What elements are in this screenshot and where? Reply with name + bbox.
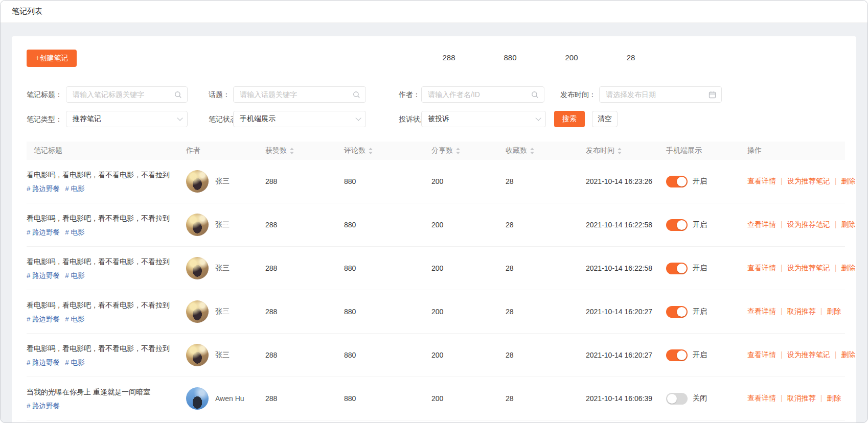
sort-icon[interactable] (456, 148, 460, 154)
author-name: Awen Hu (215, 394, 244, 403)
header-publish-time: 发布时间 (586, 146, 666, 155)
note-tags: # 路边野餐# 电影 (27, 228, 174, 237)
action-link[interactable]: 取消推荐 (787, 307, 816, 315)
topic-input[interactable] (234, 87, 353, 102)
toggle-state-label: 开启 (693, 220, 707, 229)
note-title-cell: 看电影吗，看电影吧，看不看电影，不看拉到 # 路边野餐# 电影 (27, 213, 186, 237)
search-button[interactable]: 搜索 (554, 111, 585, 127)
note-tags: # 路边野餐 (27, 402, 174, 411)
action-separator: | (781, 264, 783, 272)
avatar (186, 300, 209, 323)
toggle-knob (667, 394, 677, 404)
tag-link[interactable]: # 电影 (65, 185, 84, 193)
calendar-icon (709, 91, 716, 99)
sort-icon[interactable] (290, 148, 294, 154)
tag-link[interactable]: # 路边野餐 (27, 359, 60, 366)
publish-time: 2021-10-14 16:22:58 (586, 221, 666, 229)
action-link[interactable]: 删除 (827, 394, 841, 402)
mobile-display-cell: 开启 (666, 176, 747, 187)
tag-link[interactable]: # 路边野餐 (27, 402, 60, 410)
action-link[interactable]: 取消推荐 (787, 394, 816, 402)
sort-icon[interactable] (618, 148, 622, 154)
favorites-count: 28 (506, 221, 586, 229)
action-link[interactable]: 查看详情 (747, 394, 776, 402)
action-link[interactable]: 查看详情 (747, 177, 776, 185)
tag-link[interactable]: # 电影 (65, 228, 84, 236)
note-title-cell: 看电影吗，看电影吧，看不看电影，不看拉到 # 路边野餐# 电影 (27, 300, 186, 324)
action-link[interactable]: 删除 (827, 307, 841, 315)
action-link[interactable]: 删除 (841, 177, 855, 185)
publish-date-input[interactable] (600, 87, 709, 102)
topic-filter-label: 话题： (209, 86, 230, 103)
table-row: 看电影吗，看电影吧，看不看电影，不看拉到 # 路边野餐# 电影 张三 288 8… (27, 203, 845, 247)
tag-link[interactable]: # 路边野餐 (27, 228, 60, 236)
action-link[interactable]: 设为推荐笔记 (787, 264, 830, 272)
mobile-display-toggle[interactable] (666, 349, 688, 361)
comments-count: 880 (344, 264, 431, 272)
action-link[interactable]: 设为推荐笔记 (787, 220, 830, 228)
tag-link[interactable]: # 路边野餐 (27, 185, 60, 193)
toggle-state-label: 开启 (693, 350, 707, 360)
row-actions: 查看详情|设为推荐笔记|删除 (747, 220, 855, 229)
author-name: 张三 (215, 307, 230, 316)
table-row: 看电影吗，看电影吧，看不看电影，不看拉到 # 路边野餐# 电影 张三 288 8… (27, 247, 845, 290)
row-actions: 查看详情|取消推荐|删除 (747, 394, 845, 403)
sort-icon[interactable] (530, 148, 534, 154)
tag-link[interactable]: # 电影 (65, 359, 84, 366)
tag-link[interactable]: # 路边野餐 (27, 315, 60, 323)
publish-time: 2021-10-14 16:20:27 (586, 308, 666, 316)
header-shares: 分享数 (431, 146, 506, 155)
tag-link[interactable]: # 路边野餐 (27, 272, 60, 279)
stat-comments: 880 (490, 53, 531, 62)
topic-search-box (233, 86, 366, 103)
action-link[interactable]: 删除 (841, 350, 855, 359)
author-name: 张三 (215, 220, 230, 229)
mobile-display-toggle[interactable] (666, 219, 688, 231)
mobile-display-cell: 开启 (666, 219, 747, 231)
action-link[interactable]: 查看详情 (747, 220, 776, 228)
filter-row-2: 笔记类型： 推荐笔记 笔记状态： 手机端展示 投诉状态： 被投诉 搜索 清空 (27, 111, 845, 127)
publish-time: 2021-10-14 16:23:26 (586, 177, 666, 185)
search-icon (531, 91, 539, 99)
mobile-display-toggle[interactable] (666, 393, 688, 405)
sort-icon[interactable] (369, 148, 373, 154)
action-separator: | (820, 394, 823, 402)
note-title-input[interactable] (66, 87, 174, 102)
action-link[interactable]: 设为推荐笔记 (787, 177, 830, 185)
action-link[interactable]: 查看详情 (747, 264, 776, 272)
toggle-knob (677, 350, 687, 360)
tag-link[interactable]: # 电影 (65, 315, 84, 323)
publish-time: 2021-10-14 16:06:39 (586, 394, 666, 403)
note-title-cell: 当我的光曝在你身上 重逢就是一间暗室 # 路边野餐 (27, 387, 186, 411)
toggle-knob (677, 307, 687, 317)
action-separator: | (781, 177, 783, 185)
tag-link[interactable]: # 电影 (65, 272, 84, 279)
action-link[interactable]: 删除 (841, 220, 855, 228)
action-separator: | (781, 394, 783, 402)
avatar (186, 214, 209, 236)
toggle-knob (677, 220, 687, 230)
author-input[interactable] (422, 87, 531, 102)
favorites-count: 28 (506, 264, 586, 272)
mobile-display-toggle[interactable] (666, 263, 688, 274)
action-link[interactable]: 设为推荐笔记 (787, 350, 830, 359)
note-title-search-box (66, 86, 188, 103)
complaint-status-select[interactable]: 被投诉 (421, 111, 546, 127)
note-type-select[interactable]: 推荐笔记 (66, 111, 188, 127)
row-actions: 查看详情|设为推荐笔记|删除 (747, 177, 855, 186)
notes-table: 笔记标题 作者 获赞数 评论数 分享数 收藏数 发布时间 手机端展示 操作 看电… (27, 142, 845, 420)
mobile-display-toggle[interactable] (666, 176, 688, 187)
mobile-display-toggle[interactable] (666, 306, 688, 318)
note-title-cell: 看电影吗，看电影吧，看不看电影，不看拉到 # 路边野餐# 电影 (27, 256, 186, 280)
note-tags: # 路边野餐# 电影 (27, 184, 174, 194)
header-author: 作者 (186, 146, 265, 155)
table-row: 看电影吗，看电影吧，看不看电影，不看拉到 # 路边野餐# 电影 张三 288 8… (27, 334, 845, 377)
note-title-cell: 看电影吗，看电影吧，看不看电影，不看拉到 # 路边野餐# 电影 (27, 343, 186, 367)
action-link[interactable]: 查看详情 (747, 350, 776, 359)
favorites-count: 28 (506, 308, 586, 316)
action-link[interactable]: 删除 (841, 264, 855, 272)
note-status-select[interactable]: 手机端展示 (233, 111, 366, 127)
favorites-count: 28 (506, 177, 586, 185)
clear-button[interactable]: 清空 (592, 111, 618, 127)
action-link[interactable]: 查看详情 (747, 307, 776, 315)
